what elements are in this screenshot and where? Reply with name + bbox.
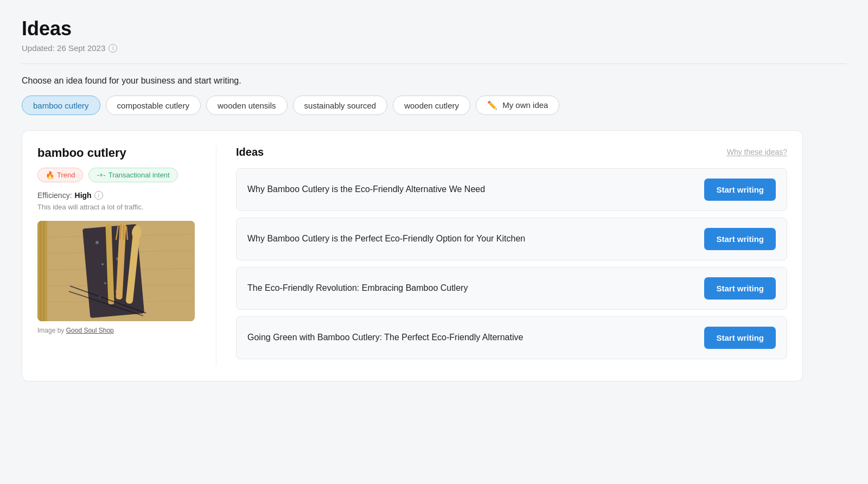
- idea-text-idea-3: The Eco-Friendly Revolution: Embracing B…: [247, 282, 695, 294]
- start-writing-button-idea-4[interactable]: Start writing: [704, 327, 776, 349]
- tab-label: compostable cutlery: [117, 101, 189, 110]
- why-these-ideas-link[interactable]: Why these ideas?: [727, 148, 787, 157]
- right-panel: Ideas Why these ideas? Why Bamboo Cutler…: [216, 146, 787, 366]
- svg-rect-26: [37, 221, 47, 321]
- tab-item-wooden-cutlery[interactable]: wooden cutlery: [393, 95, 470, 115]
- image-credit-prefix: Image by: [37, 327, 66, 334]
- svg-point-12: [104, 282, 106, 284]
- tab-label: wooden utensils: [218, 101, 276, 110]
- page-subtitle: Updated: 26 Sept 2023 i: [22, 43, 846, 53]
- svg-point-7: [95, 241, 99, 244]
- ideas-list: Why Bamboo Cutlery is the Eco-Friendly A…: [236, 168, 787, 359]
- efficiency-info-icon[interactable]: i: [94, 191, 103, 200]
- left-panel: bamboo cutlery 🔥Trend-+-Transactional in…: [37, 146, 216, 366]
- idea-text-idea-1: Why Bamboo Cutlery is the Eco-Friendly A…: [247, 183, 695, 195]
- transactional-label: Transactional intent: [108, 171, 170, 179]
- badges-container: 🔥Trend-+-Transactional intent: [37, 168, 199, 182]
- transactional-icon: -+-: [97, 171, 105, 179]
- tab-label: bamboo cutlery: [33, 101, 89, 110]
- start-writing-button-idea-1[interactable]: Start writing: [704, 179, 776, 201]
- idea-text-idea-4: Going Green with Bamboo Cutlery: The Per…: [247, 332, 695, 343]
- badge-transactional: -+-Transactional intent: [88, 168, 177, 182]
- page-title: Ideas: [22, 17, 846, 40]
- divider: [22, 63, 846, 64]
- tab-item-my-own-idea[interactable]: ✏️ My own idea: [476, 95, 559, 115]
- tab-label: wooden cutlery: [404, 101, 459, 110]
- start-writing-button-idea-3[interactable]: Start writing: [704, 277, 776, 300]
- idea-text-idea-2: Why Bamboo Cutlery is the Perfect Eco-Fr…: [247, 233, 695, 245]
- idea-card-idea-3: The Eco-Friendly Revolution: Embracing B…: [236, 267, 787, 310]
- tab-item-bamboo-cutlery[interactable]: bamboo cutlery: [22, 95, 100, 115]
- instruction-text: Choose an idea found for your business a…: [22, 76, 846, 86]
- keyword-title: bamboo cutlery: [37, 146, 199, 160]
- ideas-header: Ideas Why these ideas?: [236, 146, 787, 158]
- idea-card-idea-4: Going Green with Bamboo Cutlery: The Per…: [236, 316, 787, 359]
- trend-icon: 🔥: [46, 171, 54, 179]
- badge-trend: 🔥Trend: [37, 168, 83, 182]
- trend-label: Trend: [57, 171, 75, 179]
- efficiency-label: Efficiency:: [37, 191, 72, 200]
- efficiency-desc: This idea will attract a lot of traffic.: [37, 203, 199, 211]
- main-card: bamboo cutlery 🔥Trend-+-Transactional in…: [22, 130, 803, 381]
- ideas-section-title: Ideas: [236, 146, 264, 158]
- tab-item-sustainably-sourced[interactable]: sustainably sourced: [293, 95, 388, 115]
- svg-rect-27: [40, 221, 41, 321]
- tab-label: sustainably sourced: [304, 101, 376, 110]
- tab-item-compostable-cutlery[interactable]: compostable cutlery: [106, 95, 201, 115]
- updated-text: Updated: 26 Sept 2023: [22, 43, 105, 53]
- svg-rect-28: [43, 221, 44, 321]
- info-icon[interactable]: i: [108, 44, 117, 53]
- svg-point-10: [101, 263, 104, 265]
- image-credit-link[interactable]: Good Soul Shop: [66, 327, 114, 334]
- idea-card-idea-2: Why Bamboo Cutlery is the Perfect Eco-Fr…: [236, 218, 787, 260]
- efficiency-row: Efficiency: High i: [37, 191, 199, 200]
- svg-point-22: [132, 226, 142, 239]
- efficiency-value: High: [75, 191, 92, 200]
- tab-item-wooden-utensils[interactable]: wooden utensils: [206, 95, 288, 115]
- start-writing-button-idea-2[interactable]: Start writing: [704, 228, 776, 250]
- tab-label: My own idea: [502, 100, 548, 110]
- image-credit: Image by Good Soul Shop: [37, 327, 199, 334]
- pencil-icon: ✏️: [487, 100, 500, 110]
- keyword-image: [37, 221, 195, 321]
- tabs-container: bamboo cutlerycompostable cutlerywooden …: [22, 95, 846, 115]
- idea-card-idea-1: Why Bamboo Cutlery is the Eco-Friendly A…: [236, 168, 787, 211]
